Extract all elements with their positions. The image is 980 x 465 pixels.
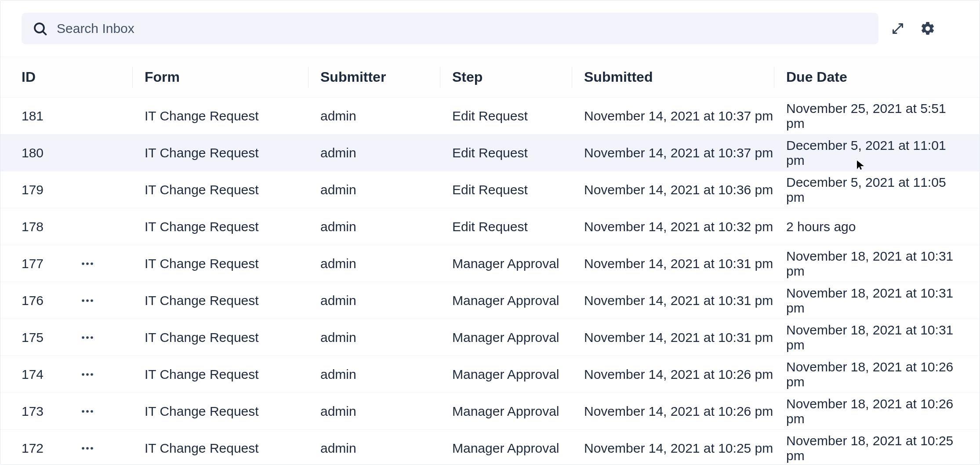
cell-due: November 18, 2021 at 10:31 pm [786, 286, 958, 316]
svg-point-8 [91, 299, 93, 302]
svg-point-18 [82, 447, 84, 450]
cell-due: November 18, 2021 at 10:31 pm [786, 323, 958, 352]
cell-submitter: admin [320, 441, 452, 456]
more-horizontal-icon [80, 293, 95, 308]
cell-due: November 18, 2021 at 10:31 pm [786, 249, 958, 279]
cell-due: December 5, 2021 at 11:01 pm [786, 138, 958, 168]
settings-button[interactable] [917, 18, 938, 39]
cell-submitted: November 14, 2021 at 10:25 pm [584, 441, 786, 456]
table-row[interactable]: 181IT Change RequestadminEdit RequestNov… [0, 98, 980, 134]
cell-due: November 18, 2021 at 10:25 pm [786, 433, 958, 463]
cell-due: November 18, 2021 at 10:26 pm [786, 360, 958, 389]
column-header-due[interactable]: Due Date [786, 69, 958, 85]
cell-submitted: November 14, 2021 at 10:37 pm [584, 109, 786, 124]
cell-submitter: admin [320, 145, 452, 160]
svg-point-15 [82, 410, 84, 413]
expand-button[interactable] [887, 18, 908, 39]
table-row[interactable]: 177IT Change RequestadminManager Approva… [0, 245, 980, 282]
table-row[interactable]: 180IT Change RequestadminEdit RequestNov… [0, 134, 980, 171]
cell-form: IT Change Request [145, 367, 320, 382]
search-field[interactable] [22, 13, 878, 44]
cell-form: IT Change Request [145, 256, 320, 271]
table-row[interactable]: 179IT Change RequestadminEdit RequestNov… [0, 171, 980, 208]
id-value: 173 [22, 404, 74, 419]
cell-submitted: November 14, 2021 at 10:31 pm [584, 330, 786, 345]
cell-form: IT Change Request [145, 330, 320, 345]
cell-submitter: admin [320, 219, 452, 234]
cell-submitter: admin [320, 182, 452, 197]
gear-icon [920, 21, 936, 36]
svg-point-3 [82, 262, 84, 265]
more-horizontal-icon [80, 256, 95, 271]
svg-point-19 [86, 447, 89, 450]
cell-step: Manager Approval [452, 330, 584, 345]
row-menu-button[interactable] [79, 292, 96, 309]
cell-form: IT Change Request [145, 404, 320, 419]
cell-form: IT Change Request [145, 293, 320, 308]
row-menu-button[interactable] [79, 255, 96, 272]
svg-point-4 [86, 262, 89, 265]
row-menu-button[interactable] [79, 403, 96, 420]
svg-point-14 [91, 373, 93, 376]
cell-id: 179 [22, 182, 145, 197]
svg-line-2 [893, 24, 903, 33]
table-row[interactable]: 172IT Change RequestadminManager Approva… [0, 430, 980, 465]
svg-line-1 [43, 32, 46, 35]
cell-id: 178 [22, 219, 145, 234]
cell-id: 173 [22, 403, 145, 420]
cell-submitter: admin [320, 367, 452, 382]
cell-submitted: November 14, 2021 at 10:26 pm [584, 367, 786, 382]
cell-submitted: November 14, 2021 at 10:36 pm [584, 182, 786, 197]
row-menu-button[interactable] [79, 329, 96, 346]
cell-step: Edit Request [452, 109, 584, 124]
table-row[interactable]: 176IT Change RequestadminManager Approva… [0, 282, 980, 319]
id-value: 178 [22, 219, 74, 234]
cell-id: 172 [22, 440, 145, 457]
column-header-submitted[interactable]: Submitted [584, 69, 786, 85]
cell-submitted: November 14, 2021 at 10:37 pm [584, 145, 786, 160]
cell-submitter: admin [320, 404, 452, 419]
cell-submitted: November 14, 2021 at 10:32 pm [584, 219, 786, 234]
cell-submitter: admin [320, 109, 452, 124]
cell-submitted: November 14, 2021 at 10:31 pm [584, 256, 786, 271]
cell-submitter: admin [320, 293, 452, 308]
column-header-submitter[interactable]: Submitter [320, 69, 452, 85]
svg-point-16 [86, 410, 89, 413]
table-row[interactable]: 173IT Change RequestadminManager Approva… [0, 393, 980, 430]
expand-icon [890, 21, 906, 36]
id-value: 179 [22, 182, 74, 197]
cell-step: Manager Approval [452, 441, 584, 456]
table-header: ID Form Submitter Step Submitted Due Dat… [0, 57, 980, 98]
cell-id: 176 [22, 292, 145, 309]
cell-id: 180 [22, 145, 145, 160]
cell-id: 181 [22, 109, 145, 124]
cell-submitted: November 14, 2021 at 10:26 pm [584, 404, 786, 419]
cell-submitter: admin [320, 256, 452, 271]
table-row[interactable]: 174IT Change RequestadminManager Approva… [0, 356, 980, 393]
svg-point-7 [86, 299, 89, 302]
cell-due: 2 hours ago [786, 219, 958, 234]
column-header-id[interactable]: ID [22, 69, 145, 85]
row-menu-button[interactable] [79, 366, 96, 383]
more-horizontal-icon [80, 441, 95, 456]
svg-point-13 [86, 373, 89, 376]
id-value: 172 [22, 441, 74, 456]
table-row[interactable]: 175IT Change RequestadminManager Approva… [0, 319, 980, 356]
column-header-form[interactable]: Form [145, 69, 320, 85]
svg-point-6 [82, 299, 84, 302]
inbox-frame: ID Form Submitter Step Submitted Due Dat… [0, 0, 980, 465]
row-menu-button[interactable] [79, 440, 96, 457]
cell-due: November 18, 2021 at 10:26 pm [786, 396, 958, 426]
search-input[interactable] [57, 21, 868, 36]
cell-form: IT Change Request [145, 219, 320, 234]
table-row[interactable]: 178IT Change RequestadminEdit RequestNov… [0, 208, 980, 245]
id-value: 181 [22, 109, 74, 124]
cell-step: Manager Approval [452, 293, 584, 308]
column-header-step[interactable]: Step [452, 69, 584, 85]
more-horizontal-icon [80, 404, 95, 419]
cell-id: 175 [22, 329, 145, 346]
cell-step: Edit Request [452, 182, 584, 197]
search-icon [32, 21, 48, 36]
svg-point-5 [91, 262, 93, 265]
id-value: 175 [22, 330, 74, 345]
